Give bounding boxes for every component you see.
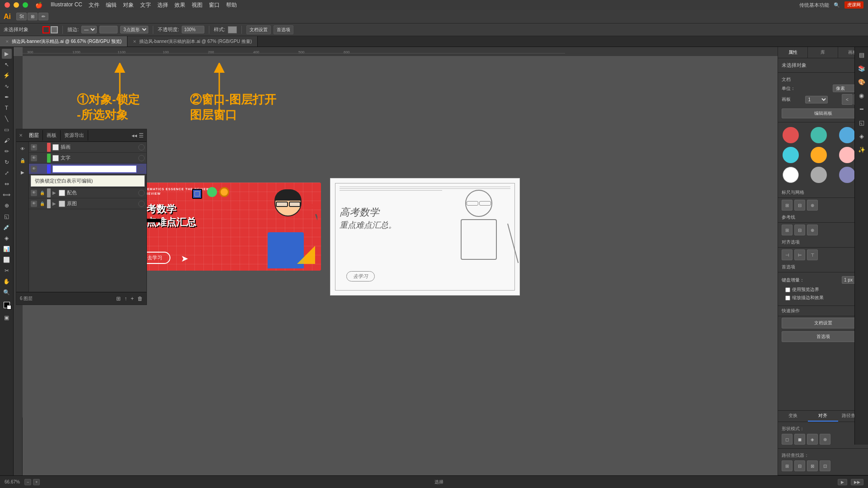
guide-icon-2[interactable]: ⊟ xyxy=(794,225,805,235)
swatches-panel-icon[interactable]: ◉ xyxy=(856,89,868,101)
stroke-panel-icon[interactable]: ━ xyxy=(856,103,868,115)
transform-tab[interactable]: 变换 xyxy=(778,411,808,422)
appearance-panel-icon[interactable]: ◈ xyxy=(856,130,868,142)
new-layer-btn[interactable]: + xyxy=(131,296,134,302)
paint-brush-tool[interactable]: 🖌 xyxy=(2,136,12,145)
eyedropper-tool[interactable]: 💉 xyxy=(2,222,12,232)
layer-lock-original[interactable]: 🔒 xyxy=(39,201,45,207)
layer-vis-text[interactable] xyxy=(138,155,145,161)
color-swatch-4[interactable] xyxy=(783,147,799,163)
direct-select-tool[interactable]: ↖ xyxy=(2,60,12,70)
magic-wand-tool[interactable]: ⚡ xyxy=(2,70,12,80)
layer-vis-palette[interactable] xyxy=(138,190,145,196)
width-tool[interactable]: ⟺ xyxy=(2,190,12,200)
crop-btn[interactable]: ⊡ xyxy=(820,460,830,471)
guide-icon-1[interactable]: ⊞ xyxy=(782,225,793,235)
layer-lock-text[interactable] xyxy=(39,155,45,161)
align-right-icon[interactable]: ⊤ xyxy=(807,249,818,260)
delete-layer-btn[interactable]: 🗑 xyxy=(137,296,143,302)
unite-btn[interactable]: ◻ xyxy=(782,434,793,445)
merge-btn[interactable]: ⊠ xyxy=(807,460,818,471)
doc-settings-quick-btn[interactable]: 文档设置 xyxy=(782,318,864,328)
color-panel-icon[interactable]: 🎨 xyxy=(856,76,868,88)
layers-tab[interactable]: 图层 xyxy=(25,130,43,141)
color-swatch-9[interactable] xyxy=(839,167,855,183)
tab-1-close[interactable]: ✕ xyxy=(5,39,9,44)
artboard-tool[interactable]: ⬜ xyxy=(2,255,12,265)
effects-panel-icon[interactable]: ✨ xyxy=(856,144,868,155)
layer-name-text[interactable]: 文字 xyxy=(61,155,137,161)
layers-lock-tool[interactable]: 🔒 xyxy=(18,155,28,165)
layers-menu-btn[interactable]: ☰ xyxy=(139,132,144,139)
search-icon[interactable]: 🔍 xyxy=(834,2,840,8)
guide-icon-3[interactable]: ⊕ xyxy=(807,225,818,235)
tab-2[interactable]: ✕ 插边风-banner演示稿的副本.ai @ 67% (RGB/GPU 推量) xyxy=(127,36,258,47)
menu-window[interactable]: 窗口 xyxy=(209,1,220,9)
tab-2-close[interactable]: ✕ xyxy=(133,39,137,44)
prefs-quick-btn[interactable]: 首选项 xyxy=(782,331,864,342)
rect-tool[interactable]: ▭ xyxy=(2,125,12,135)
gradient-tool[interactable]: ◱ xyxy=(2,211,12,221)
menu-view[interactable]: 视图 xyxy=(192,1,203,9)
scale-tool[interactable]: ⤢ xyxy=(2,168,12,178)
color-swatch-8[interactable] xyxy=(811,167,827,183)
divide-btn[interactable]: ⊞ xyxy=(782,460,793,471)
artboards-tab[interactable]: 画板 xyxy=(43,130,61,141)
mirror-tool[interactable]: ⇔ xyxy=(2,179,12,189)
move-to-new-layer-btn[interactable]: ↑ xyxy=(124,296,127,302)
rotate-tool[interactable]: ↻ xyxy=(2,157,12,167)
prefs-btn[interactable]: 首选项 xyxy=(274,25,293,34)
gradient-panel-icon[interactable]: ◱ xyxy=(856,117,868,128)
color-swatch-1[interactable] xyxy=(783,127,799,143)
layer-name-input[interactable] xyxy=(52,165,137,173)
menu-effect[interactable]: 效果 xyxy=(175,1,185,9)
color-swatch-7[interactable] xyxy=(783,167,799,183)
layer-vis-active[interactable] xyxy=(138,166,145,172)
minus-front-btn[interactable]: ◼ xyxy=(794,434,805,445)
layer-lock-illustration[interactable] xyxy=(39,144,45,150)
libraries-tab[interactable]: 库 xyxy=(808,47,838,58)
exclude-btn[interactable]: ⊕ xyxy=(820,434,830,445)
layer-eye-illustration[interactable]: 👁 xyxy=(31,144,37,150)
pen-tool[interactable]: ✒ xyxy=(2,92,12,102)
align-center-icon[interactable]: ⊢ xyxy=(794,249,805,260)
layers-select-tool[interactable]: ▶ xyxy=(18,167,28,177)
line-tool[interactable]: ╲ xyxy=(2,114,12,124)
stroke-select[interactable]: — xyxy=(81,26,97,33)
change-screen-mode[interactable]: ▣ xyxy=(2,313,12,323)
layer-vis-original[interactable] xyxy=(138,201,145,207)
color-swatch-3[interactable] xyxy=(839,127,855,143)
layer-name-original[interactable]: 原图 xyxy=(67,200,137,207)
snap-icon[interactable]: ⊟ xyxy=(794,200,805,211)
selection-tool[interactable]: ▶ xyxy=(2,49,12,59)
board-select[interactable]: 1 xyxy=(805,96,828,103)
mac-menu-bar[interactable]: Illustrator CC 文件 编辑 对象 文字 选择 效果 视图 窗口 帮… xyxy=(51,1,237,9)
play-btn[interactable]: ▶ xyxy=(838,479,847,485)
layer-lock-palette[interactable]: 🔒 xyxy=(39,190,45,196)
color-swatch-6[interactable] xyxy=(839,147,855,163)
fill-stroke-indicator[interactable] xyxy=(2,300,12,310)
expand-original-icon[interactable]: ▶ xyxy=(52,201,56,206)
layer-name-palette[interactable]: 配色 xyxy=(67,189,137,196)
asset-export-tab[interactable]: 资源导出 xyxy=(61,130,88,141)
menu-select[interactable]: 选择 xyxy=(157,1,168,9)
zoom-out-btn[interactable]: − xyxy=(24,479,31,485)
stroke-type-select[interactable]: 3点圆形 xyxy=(120,26,148,33)
expand-palette-icon[interactable]: ▶ xyxy=(52,190,56,195)
intersect-btn[interactable]: ◈ xyxy=(807,434,818,445)
color-swatch-2[interactable] xyxy=(811,127,827,143)
layer-name-illustration[interactable]: 插画 xyxy=(61,144,137,150)
new-layer-from-selection-btn[interactable]: ⊞ xyxy=(116,296,121,302)
layer-lock-active[interactable] xyxy=(39,166,45,172)
type-tool[interactable]: T xyxy=(2,103,12,113)
stroke-width-input[interactable] xyxy=(99,26,118,33)
color-swatch-5[interactable] xyxy=(811,147,827,163)
align-tab[interactable]: 对齐 xyxy=(808,411,838,422)
layers-close-btn[interactable]: ✕ xyxy=(19,133,23,138)
properties-tab[interactable]: 属性 xyxy=(778,47,808,58)
libraries-panel-icon[interactable]: 📚 xyxy=(856,62,868,74)
menu-object[interactable]: 对象 xyxy=(123,1,134,9)
layers-collapse-btn[interactable]: ◂◂ xyxy=(132,132,137,139)
menu-illustrator[interactable]: Illustrator CC xyxy=(51,1,82,9)
blend-tool[interactable]: ◈ xyxy=(2,233,12,243)
